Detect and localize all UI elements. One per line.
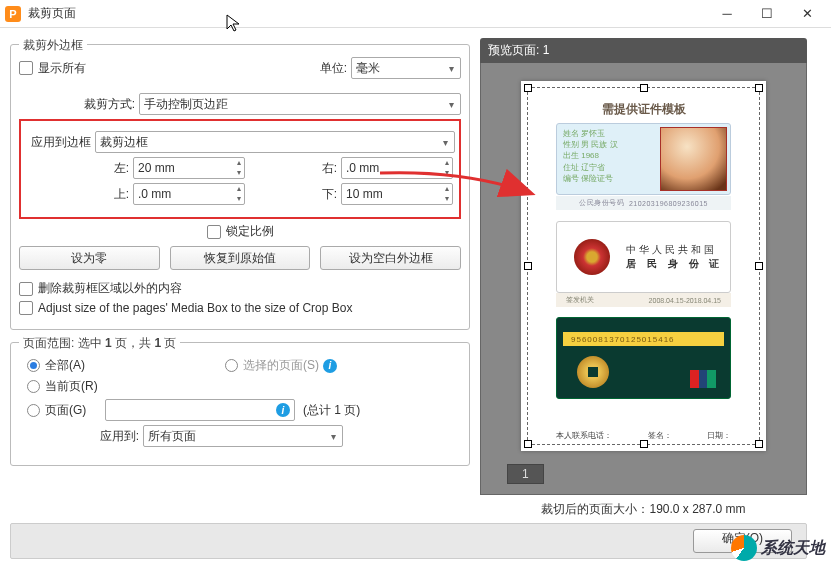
- crop-method-select[interactable]: 手动控制页边距: [139, 93, 461, 115]
- crop-handle-ne[interactable]: [755, 84, 763, 92]
- minimize-button[interactable]: ─: [707, 0, 747, 28]
- bottom-margin-input[interactable]: 10 mm: [341, 183, 453, 205]
- apply-to-select[interactable]: 所有页面: [143, 425, 343, 447]
- crop-handle-e[interactable]: [755, 262, 763, 270]
- set-zero-button[interactable]: 设为零: [19, 246, 160, 270]
- range-page-radio[interactable]: [27, 404, 40, 417]
- reset-button[interactable]: 恢复到原始值: [170, 246, 311, 270]
- bank-number: 9560081370125015416: [563, 332, 724, 346]
- preview-area: 需提供证件模板 姓名 罗怀玉性别 男 民族 汉出生 1968住址 辽宁省编号 保…: [480, 63, 807, 495]
- dialog-footer: 确定(O): [10, 523, 807, 559]
- unit-select[interactable]: 毫米: [351, 57, 461, 79]
- info-icon[interactable]: i: [323, 359, 337, 373]
- right-margin-input[interactable]: .0 mm: [341, 157, 453, 179]
- range-selected-radio[interactable]: [225, 359, 238, 372]
- page-tab[interactable]: 1: [507, 464, 544, 484]
- highlighted-margins-area: 应用到边框 裁剪边框 左: 20 mm 右: .0 mm 上: .0 mm 下:…: [19, 119, 461, 219]
- range-current-radio[interactable]: [27, 380, 40, 393]
- maximize-button[interactable]: ☐: [747, 0, 787, 28]
- bank-card: 9560081370125015416: [556, 317, 731, 399]
- crop-method-label: 裁剪方式:: [19, 96, 135, 113]
- show-all-checkbox[interactable]: [19, 61, 33, 75]
- right-margin-label: 右:: [245, 160, 337, 177]
- apply-box-select[interactable]: 裁剪边框: [95, 131, 455, 153]
- svg-text:P: P: [9, 8, 16, 20]
- set-blank-button[interactable]: 设为空白外边框: [320, 246, 461, 270]
- preview-header: 预览页面: 1: [480, 38, 807, 63]
- range-all-radio[interactable]: [27, 359, 40, 372]
- crop-handle-s[interactable]: [640, 440, 648, 448]
- crop-handle-se[interactable]: [755, 440, 763, 448]
- top-margin-label: 上:: [25, 186, 129, 203]
- watermark-icon: [731, 535, 757, 561]
- adjust-media-label: Adjust size of the pages' Media Box to t…: [38, 301, 352, 315]
- crop-handle-sw[interactable]: [524, 440, 532, 448]
- range-all-label: 全部(A): [45, 357, 85, 374]
- apply-to-label: 应用到:: [27, 428, 139, 445]
- id-card-front: 姓名 罗怀玉性别 男 民族 汉出生 1968住址 辽宁省编号 保险证号: [556, 123, 731, 195]
- app-icon: P: [4, 5, 22, 23]
- watermark: 系统天地: [731, 535, 825, 561]
- close-button[interactable]: ✕: [787, 0, 827, 28]
- remove-outside-checkbox[interactable]: [19, 282, 33, 296]
- crop-margins-group: 裁剪外边框 显示所有 单位: 毫米 裁剪方式: 手动控制页边距 应用到边框 裁剪…: [10, 44, 470, 330]
- crop-handle-w[interactable]: [524, 262, 532, 270]
- signature-row: 本人联系电话：签名：日期：: [556, 430, 731, 441]
- doc-title: 需提供证件模板: [521, 101, 766, 118]
- id-photo: [660, 127, 727, 191]
- crop-group-title: 裁剪外边框: [19, 37, 87, 54]
- preview-page[interactable]: 需提供证件模板 姓名 罗怀玉性别 男 民族 汉出生 1968住址 辽宁省编号 保…: [521, 81, 766, 451]
- apply-box-label: 应用到边框: [25, 134, 91, 151]
- lock-ratio-label: 锁定比例: [226, 223, 274, 240]
- crop-handle-n[interactable]: [640, 84, 648, 92]
- range-selected-label: 选择的页面(S): [243, 357, 319, 374]
- left-margin-input[interactable]: 20 mm: [133, 157, 245, 179]
- show-all-label: 显示所有: [38, 60, 86, 77]
- range-page-label: 页面(G): [45, 402, 105, 419]
- top-margin-input[interactable]: .0 mm: [133, 183, 245, 205]
- page-range-title: 页面范围: 选中 1 页，共 1 页: [19, 335, 180, 352]
- total-pages-label: (总计 1 页): [303, 402, 360, 419]
- info-icon[interactable]: i: [276, 403, 290, 417]
- left-margin-label: 左:: [25, 160, 129, 177]
- remove-outside-label: 删除裁剪框区域以外的内容: [38, 280, 182, 297]
- id-number-strip: 公民身份号码 210203196809236015: [556, 196, 731, 210]
- range-current-label: 当前页(R): [45, 378, 98, 395]
- unit-label: 单位:: [307, 60, 347, 77]
- window-title: 裁剪页面: [28, 5, 707, 22]
- coin-icon: [577, 356, 609, 388]
- bottom-margin-label: 下:: [245, 186, 337, 203]
- crop-handle-nw[interactable]: [524, 84, 532, 92]
- adjust-media-checkbox[interactable]: [19, 301, 33, 315]
- page-range-input[interactable]: i: [105, 399, 295, 421]
- id-validity-strip: 签发机关2008.04.15-2018.04.15: [556, 293, 731, 307]
- id-card-back: 中华人民共和国居 民 身 份 证: [556, 221, 731, 293]
- titlebar: P 裁剪页面 ─ ☐ ✕: [0, 0, 831, 28]
- lock-ratio-checkbox[interactable]: [207, 225, 221, 239]
- emblem-icon: [574, 239, 610, 275]
- page-range-group: 页面范围: 选中 1 页，共 1 页 全部(A) 选择的页面(S) i 当前页(…: [10, 342, 470, 466]
- unionpay-icon: [690, 370, 716, 388]
- cropped-size-label: 裁切后的页面大小：190.0 x 287.0 mm: [480, 501, 807, 518]
